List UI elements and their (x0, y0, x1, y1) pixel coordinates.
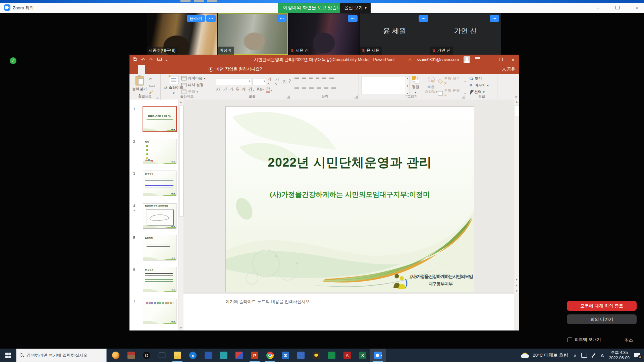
mute-button[interactable]: 음소거 (187, 15, 205, 22)
tab-animations[interactable] (165, 65, 172, 74)
shapes-scroll-down-icon[interactable]: ▼ (406, 85, 409, 87)
slide-scrollbar[interactable]: ▲ ▼ ▲ ▼ (514, 100, 519, 294)
shape-fill-button[interactable]: 도형 채우기 (438, 76, 466, 86)
font-name-combo[interactable] (216, 78, 251, 85)
app-kakaotalk[interactable] (309, 349, 324, 362)
collapse-ribbon-icon[interactable]: ∧ (515, 95, 517, 98)
line-spacing-button[interactable] (322, 77, 326, 81)
font-style-button[interactable]: 가 (241, 86, 246, 92)
slide-thumbnail[interactable]: 2 목차 (129, 138, 180, 170)
shapes-scroll-up-icon[interactable]: ▲ (406, 77, 409, 79)
bullets-button[interactable] (294, 77, 299, 81)
paste-button[interactable]: 붙여넣기 (132, 74, 147, 96)
end-meeting-for-all-button[interactable]: 모두에 대해 회의 종료 (567, 301, 637, 311)
cut-button[interactable]: ✂ (149, 76, 154, 81)
font-style-button[interactable]: 가 (266, 86, 272, 93)
arrange-button[interactable]: 정렬 (412, 74, 419, 94)
dialog-launcher-icon[interactable] (286, 96, 290, 99)
app-excel[interactable]: X (355, 349, 370, 362)
taskbar-search-input[interactable]: 검색하려면 여기에 입력하십시오 (16, 349, 107, 362)
taskbar-clock[interactable]: 오후 4:35 2022-06-09 (606, 350, 632, 361)
app-powerpoint[interactable]: P (247, 349, 262, 362)
app-blue[interactable] (201, 349, 216, 362)
tab-transitions[interactable] (158, 65, 165, 74)
decrease-font-button[interactable]: 가˅ (275, 76, 281, 87)
윤 세원[interactable]: 윤 세원 윤 세원 (360, 13, 430, 55)
scrollbar-thumb[interactable] (515, 106, 519, 116)
more-options-button[interactable] (206, 15, 216, 22)
previous-slide-button[interactable]: ▲ (514, 283, 519, 288)
more-options-button[interactable] (419, 15, 428, 22)
가연 신[interactable]: 가연 신 가연 신 (430, 13, 501, 55)
slide-canvas-area[interactable]: 2022년 시민단체운영과 관리 (사)가정을건강하게하는 시민의모임대구지부:… (183, 100, 514, 294)
cancel-button[interactable]: 취소 (625, 338, 633, 343)
smartart-convert-button[interactable] (331, 86, 336, 89)
font-style-button[interactable]: Aa (257, 87, 263, 92)
tab-home[interactable] (138, 65, 145, 74)
scroll-down-icon[interactable]: ▼ (178, 325, 183, 330)
ppt-restore-button[interactable] (497, 57, 504, 62)
ime-mode-indicator[interactable]: A (598, 349, 606, 362)
서종수(대구대)[interactable]: 음소거 서종수(대구대) (147, 13, 217, 55)
section-button[interactable]: 구역 (181, 89, 206, 94)
dialog-launcher-icon[interactable] (156, 96, 159, 99)
pen-icon[interactable] (589, 349, 598, 362)
view-options-button[interactable]: 옵션 보기 (340, 3, 371, 13)
tab-review[interactable] (185, 65, 192, 74)
task-view-button[interactable] (154, 349, 170, 362)
increase-indent-button[interactable] (316, 77, 319, 81)
file-explorer[interactable] (170, 349, 185, 362)
font-style-button[interactable]: S (236, 87, 239, 92)
tab-view[interactable] (192, 65, 199, 74)
slide-subtitle[interactable]: (사)가정을건강하게하는 시민의모임대구지부:이정미 (226, 190, 474, 199)
font-style-button[interactable]: 가 (216, 86, 220, 92)
slide-thumbnail[interactable]: 1 2022년 시민단체운영과 관리 (129, 106, 180, 137)
thumbnail-scrollbar[interactable]: ▲ ▼ (178, 100, 183, 330)
network-icon[interactable] (579, 349, 589, 362)
slide-thumbnail[interactable]: 6 본 교육은 (129, 266, 180, 298)
tab-help[interactable] (199, 65, 205, 74)
scroll-down-icon[interactable]: ▼ (514, 278, 519, 282)
hidden-icons-chevron[interactable]: ∧ (572, 349, 579, 362)
feedback-checkbox[interactable] (568, 338, 572, 342)
text-direction-button[interactable] (329, 77, 334, 81)
app-mail[interactable] (278, 349, 293, 362)
ppt-minimize-button[interactable]: – (485, 57, 492, 62)
slide-title[interactable]: 2022년 시민단체운영과 관리 (226, 154, 474, 171)
decrease-indent-button[interactable] (309, 77, 313, 81)
slide-thumbnail[interactable]: 7 (129, 298, 180, 330)
quick-styles-button[interactable]: 빠른 스타일 (425, 74, 437, 94)
dialog-launcher-icon[interactable] (462, 96, 465, 99)
scrollbar-thumb[interactable] (179, 106, 183, 217)
reset-button[interactable]: 다시 설정 (181, 82, 206, 87)
tab-file[interactable] (131, 65, 138, 74)
font-size-combo[interactable] (253, 78, 266, 85)
tab-insert[interactable] (145, 65, 152, 74)
font-style-button[interactable]: 가 (223, 86, 227, 92)
dialog-launcher-icon[interactable] (354, 96, 358, 99)
app-redblue[interactable] (231, 349, 247, 362)
align-left-button[interactable] (294, 86, 299, 89)
copy-button[interactable]: ▭▭ (149, 83, 154, 88)
ppt-close-button[interactable]: × (509, 57, 517, 62)
app-zoom-camera[interactable] (370, 349, 386, 362)
align-right-button[interactable] (309, 86, 314, 89)
notes-pane[interactable]: 여기에 슬라이드 노트의 내용을 입력하십시오 (183, 292, 514, 330)
slide-thumbnail[interactable]: 4✶ 한선으로 따라 그려보세요 (129, 202, 180, 234)
app-photos[interactable] (216, 349, 231, 362)
tab-record[interactable] (178, 65, 185, 74)
next-slide-button[interactable]: ▼ (514, 289, 519, 294)
start-button[interactable] (0, 349, 16, 362)
app-fox[interactable] (108, 349, 123, 362)
shape-gallery[interactable] (362, 76, 405, 94)
window-close-button[interactable]: × (632, 5, 642, 11)
new-slide-button[interactable]: 새 슬라이드 (164, 74, 183, 95)
app-calendar[interactable] (293, 349, 309, 362)
find-button[interactable]: 찾기 (470, 76, 489, 81)
font-style-button[interactable]: 간 (248, 86, 254, 92)
시원 김[interactable]: 시원 김 (288, 13, 359, 55)
share-button[interactable]: 공유 (502, 65, 515, 74)
window-maximize-button[interactable] (612, 5, 623, 11)
font-style-button[interactable]: 가 (229, 86, 233, 92)
tab-design[interactable] (152, 65, 158, 74)
